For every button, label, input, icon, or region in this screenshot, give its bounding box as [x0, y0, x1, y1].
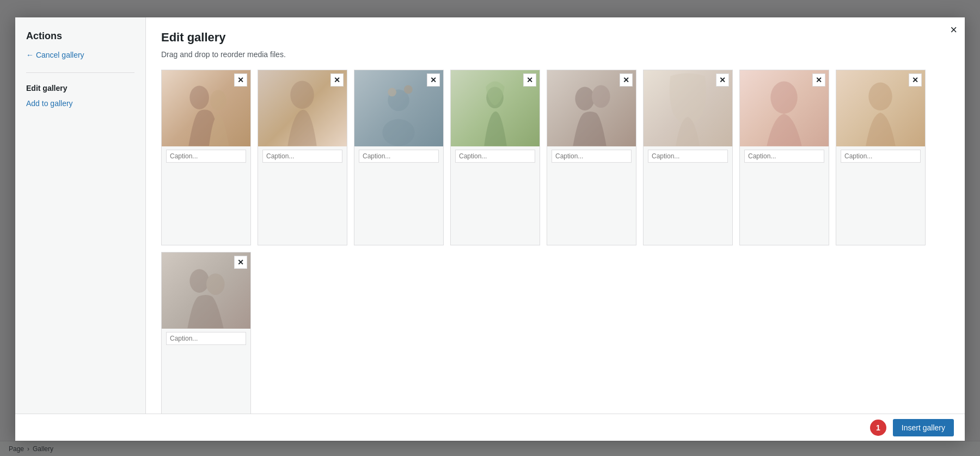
gallery-item-caption	[740, 146, 829, 166]
gallery-item[interactable]: ✕	[450, 70, 540, 245]
add-to-gallery-link[interactable]: Add to gallery	[26, 99, 134, 108]
gallery-item-caption	[836, 146, 925, 166]
svg-point-8	[575, 87, 595, 110]
gallery-item-caption	[162, 146, 250, 166]
sidebar-divider	[26, 72, 134, 73]
svg-point-2	[290, 81, 314, 109]
gallery-item-remove-button[interactable]: ✕	[620, 73, 633, 87]
svg-point-12	[189, 269, 209, 292]
gallery-item-caption	[547, 146, 636, 166]
gallery-item[interactable]: ✕	[161, 70, 251, 245]
svg-point-10	[770, 82, 797, 114]
gallery-item-caption	[644, 146, 732, 166]
edit-gallery-modal: × Actions ← Cancel gallery Edit gallery …	[15, 17, 965, 441]
caption-input[interactable]	[648, 150, 728, 163]
gallery-item-remove-button[interactable]: ✕	[716, 73, 729, 87]
caption-input[interactable]	[552, 150, 632, 163]
gallery-item-remove-button[interactable]: ✕	[234, 73, 247, 87]
caption-input[interactable]	[359, 150, 439, 163]
main-content: Edit gallery Drag and drop to reorder me…	[146, 17, 965, 441]
gallery-item[interactable]: ✕	[161, 252, 251, 428]
svg-point-4	[382, 119, 414, 146]
svg-point-13	[206, 273, 225, 295]
gallery-item-remove-button[interactable]: ✕	[330, 73, 344, 87]
edit-gallery-section-title: Edit gallery	[26, 84, 134, 93]
gallery-item[interactable]: ✕	[739, 70, 829, 245]
caption-input[interactable]	[744, 150, 824, 163]
gallery-grid: ✕ ✕	[161, 70, 950, 428]
gallery-item[interactable]: ✕	[258, 70, 347, 245]
svg-point-0	[189, 86, 209, 109]
svg-point-6	[404, 85, 413, 94]
modal-footer: 1 Insert gallery	[15, 414, 965, 441]
caption-input[interactable]	[166, 150, 246, 163]
gallery-item-remove-button[interactable]: ✕	[234, 256, 247, 269]
gallery-item-caption	[451, 146, 540, 166]
svg-point-11	[868, 83, 892, 110]
selection-badge: 1	[870, 420, 886, 436]
gallery-item[interactable]: ✕	[643, 70, 733, 245]
gallery-item-remove-button[interactable]: ✕	[523, 73, 536, 87]
gallery-item-remove-button[interactable]: ✕	[427, 73, 440, 87]
modal-subtitle: Drag and drop to reorder media files.	[161, 50, 950, 59]
gallery-item-caption	[162, 329, 250, 348]
svg-point-1	[210, 90, 226, 110]
gallery-item[interactable]: ✕	[547, 70, 636, 245]
caption-input[interactable]	[841, 150, 921, 163]
caption-input[interactable]	[166, 332, 246, 345]
gallery-item[interactable]: ✕	[354, 70, 444, 245]
modal-close-button[interactable]: ×	[950, 24, 957, 36]
gallery-item-remove-button[interactable]: ✕	[909, 73, 922, 87]
gallery-item-caption	[258, 146, 347, 166]
cancel-gallery-link[interactable]: ← Cancel gallery	[26, 51, 134, 59]
svg-point-9	[592, 85, 610, 108]
svg-point-5	[388, 88, 396, 96]
insert-gallery-button[interactable]: Insert gallery	[893, 419, 954, 436]
sidebar: Actions ← Cancel gallery Edit gallery Ad…	[15, 17, 146, 441]
gallery-item[interactable]: ✕	[836, 70, 926, 245]
actions-title: Actions	[26, 30, 134, 42]
gallery-item-caption	[354, 146, 443, 166]
modal-title: Edit gallery	[161, 30, 950, 45]
caption-input[interactable]	[455, 150, 535, 163]
gallery-item-remove-button[interactable]: ✕	[812, 73, 825, 87]
caption-input[interactable]	[262, 150, 342, 163]
